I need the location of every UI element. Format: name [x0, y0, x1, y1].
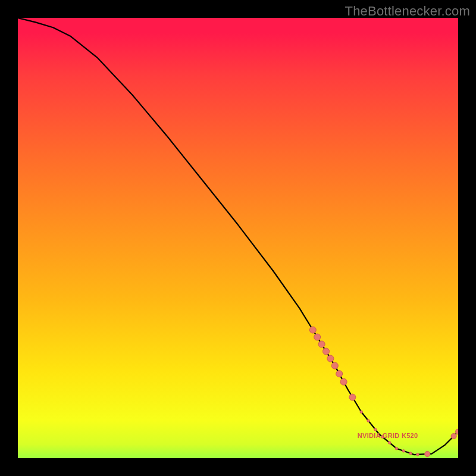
series-annotation: NVIDIA GRID K520	[358, 432, 418, 439]
data-point	[367, 419, 369, 422]
data-point	[323, 348, 330, 355]
data-point	[416, 453, 419, 456]
data-point	[331, 362, 338, 369]
data-point	[360, 411, 362, 413]
data-point	[318, 341, 325, 347]
data-point	[340, 378, 347, 385]
data-point	[336, 371, 343, 377]
attribution-label: TheBottlenecker.com	[345, 4, 470, 19]
bottleneck-curve	[18, 18, 458, 455]
data-point	[456, 429, 459, 434]
data-point	[451, 434, 456, 439]
chart-svg: NVIDIA GRID K520	[18, 18, 458, 458]
data-point	[349, 394, 356, 400]
data-point	[395, 447, 397, 450]
data-point	[374, 428, 377, 431]
chart-stage: TheBottlenecker.com NVIDIA GRID K520	[0, 0, 476, 476]
data-point	[409, 452, 412, 455]
data-point	[425, 452, 430, 457]
data-point	[314, 334, 321, 340]
data-point	[388, 441, 390, 444]
plot-area: NVIDIA GRID K520	[18, 18, 458, 458]
data-point	[327, 355, 334, 362]
data-point	[402, 450, 405, 452]
data-point	[309, 327, 316, 333]
